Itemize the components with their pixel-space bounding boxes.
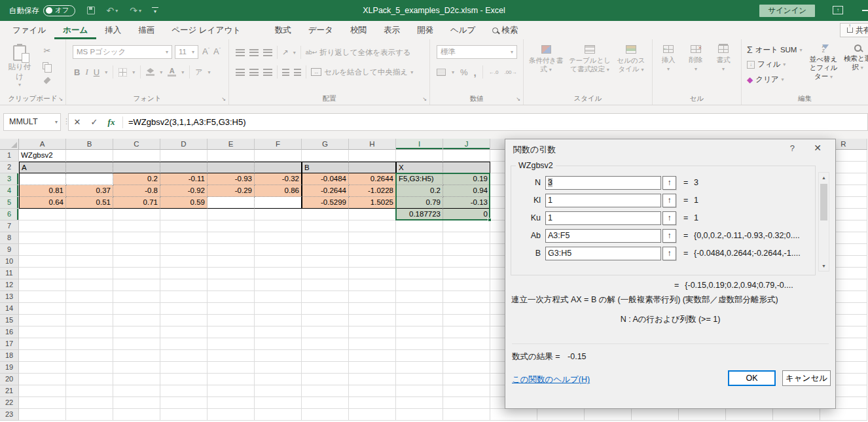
cell-B23[interactable]	[66, 409, 113, 421]
decrease-indent-icon[interactable]	[282, 69, 289, 76]
cell-F16[interactable]	[255, 326, 302, 338]
cell-J16[interactable]	[443, 326, 490, 338]
arguments-scrollbar[interactable]: ▲ ▼	[818, 172, 829, 272]
cell-B5[interactable]: 0.51	[66, 197, 113, 209]
cell-E3[interactable]: -0.93	[208, 173, 255, 185]
tab-ホーム[interactable]: ホーム	[54, 21, 96, 39]
cell-I19[interactable]	[396, 362, 443, 374]
arg-input-Kl[interactable]: 1	[545, 194, 661, 207]
insert-function-button[interactable]: fx	[103, 117, 120, 128]
format-as-table-button[interactable]: テーブルとして書式設定 ▾	[566, 44, 613, 73]
cell-G13[interactable]	[302, 291, 349, 303]
range-select-button-Ku[interactable]: ↑	[662, 211, 676, 225]
cell-B8[interactable]	[66, 232, 113, 244]
row-header-20[interactable]: 20	[0, 374, 19, 385]
cell-I14[interactable]	[396, 303, 443, 315]
cell-A11[interactable]	[19, 268, 66, 279]
cell-F12[interactable]	[255, 279, 302, 291]
ok-button[interactable]: OK	[728, 370, 776, 386]
font-dialog-launcher[interactable]: ↘	[221, 97, 226, 102]
row-header-12[interactable]: 12	[0, 279, 19, 291]
name-box[interactable]: MMULT ▾	[3, 113, 61, 131]
cell-C10[interactable]	[113, 256, 160, 268]
insert-cells-button[interactable]: 挿入▾	[655, 44, 682, 73]
cell-D20[interactable]	[160, 374, 208, 385]
cell-H13[interactable]	[349, 291, 396, 303]
scroll-up-icon[interactable]: ▲	[819, 173, 829, 183]
cell-C12[interactable]	[113, 279, 160, 291]
cell-F11[interactable]	[255, 268, 302, 279]
cell-C4[interactable]: -0.8	[113, 185, 160, 197]
cell-H8[interactable]	[349, 232, 396, 244]
cell-E13[interactable]	[208, 291, 255, 303]
cell-I15[interactable]	[396, 315, 443, 326]
row-header-22[interactable]: 22	[0, 397, 19, 409]
cell-E15[interactable]	[208, 315, 255, 326]
range-select-button-B[interactable]: ↑	[662, 247, 676, 260]
cell-I23[interactable]	[396, 409, 443, 421]
cut-button[interactable]: ✂	[39, 44, 55, 56]
align-top-icon[interactable]	[236, 49, 245, 56]
cell-B10[interactable]	[66, 256, 113, 268]
phonetic-guide-button[interactable]: ア	[195, 67, 202, 77]
cell-E14[interactable]	[208, 303, 255, 315]
cell-E18[interactable]	[208, 350, 255, 362]
column-header-C[interactable]: C	[113, 139, 160, 150]
row-header-2[interactable]: 2	[0, 162, 19, 173]
dialog-help-button[interactable]: ?	[790, 143, 795, 153]
cell-J4[interactable]: 0.94	[443, 185, 490, 197]
cell-A18[interactable]	[19, 350, 66, 362]
cell-F19[interactable]	[255, 362, 302, 374]
cell-C3[interactable]: 0.2	[113, 173, 160, 185]
fill-handle[interactable]	[488, 218, 492, 222]
conditional-formatting-button[interactable]: 条件付き書式 ▾	[526, 44, 566, 73]
cell-B17[interactable]	[66, 338, 113, 350]
cell-A22[interactable]	[19, 397, 66, 409]
cell-H14[interactable]	[349, 303, 396, 315]
cell-F23[interactable]	[255, 409, 302, 421]
cell-H18[interactable]	[349, 350, 396, 362]
scroll-down-icon[interactable]: ▼	[819, 261, 829, 271]
cell-B4[interactable]: 0.37	[66, 185, 113, 197]
cell-F10[interactable]	[255, 256, 302, 268]
cell-K23[interactable]	[490, 409, 537, 421]
cell-G16[interactable]	[302, 326, 349, 338]
cell-C11[interactable]	[113, 268, 160, 279]
cell-C18[interactable]	[113, 350, 160, 362]
cell-I20[interactable]	[396, 374, 443, 385]
range-select-button-N[interactable]: ↑	[662, 176, 676, 190]
format-cells-button[interactable]: 書式▾	[710, 44, 737, 73]
increase-decimal-button[interactable]: ←.0	[489, 69, 499, 75]
cell-D17[interactable]	[160, 338, 208, 350]
cell-D19[interactable]	[160, 362, 208, 374]
name-box-dropdown-icon[interactable]: ▾	[55, 114, 58, 130]
fill-button[interactable]: ↓ フィル▾	[747, 60, 786, 69]
cell-J3[interactable]: 0.19	[443, 173, 490, 185]
cell-G17[interactable]	[302, 338, 349, 350]
row-header-9[interactable]: 9	[0, 244, 19, 256]
cell-J6[interactable]: 0	[443, 209, 490, 220]
minimize-button[interactable]	[862, 10, 868, 11]
cell-I9[interactable]	[396, 244, 443, 256]
cell-I10[interactable]	[396, 256, 443, 268]
increase-font-size-button[interactable]: Aˆ	[202, 46, 209, 56]
cell-H19[interactable]	[349, 362, 396, 374]
tab-データ[interactable]: データ	[300, 21, 342, 39]
cell-E11[interactable]	[208, 268, 255, 279]
cell-D12[interactable]	[160, 279, 208, 291]
cell-D23[interactable]	[160, 409, 208, 421]
decrease-font-size-button[interactable]: Aˇ	[213, 46, 221, 56]
row-header-4[interactable]: 4	[0, 185, 19, 197]
cell-E16[interactable]	[208, 326, 255, 338]
cell-D15[interactable]	[160, 315, 208, 326]
cell-C17[interactable]	[113, 338, 160, 350]
cell-A20[interactable]	[19, 374, 66, 385]
cell-C20[interactable]	[113, 374, 160, 385]
cell-F14[interactable]	[255, 303, 302, 315]
tab-描画[interactable]: 描画	[130, 21, 163, 39]
cell-F13[interactable]	[255, 291, 302, 303]
cell-D14[interactable]	[160, 303, 208, 315]
cell-C15[interactable]	[113, 315, 160, 326]
cell-C9[interactable]	[113, 244, 160, 256]
alignment-dialog-launcher[interactable]: ↘	[422, 97, 427, 102]
